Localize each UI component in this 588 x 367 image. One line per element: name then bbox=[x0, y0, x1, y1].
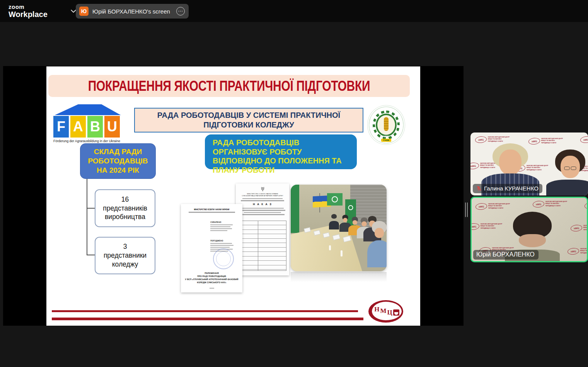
nmc-backdrop-logo: НМЦ НАУКОВО-МЕТОДИЧНИЙ ЦЕНТР ВИЩОЇ ТА ФА… bbox=[476, 203, 511, 210]
connector-line bbox=[87, 255, 95, 255]
nmc-logo: Н М Ц bbox=[368, 300, 403, 323]
slide-title-banner: ПОКРАЩЕННЯ ЯКОСТІ ПРАКТИЧНОЇ ПІДГОТОВКИ bbox=[48, 75, 410, 97]
flag-college bbox=[327, 193, 343, 205]
footer-line bbox=[52, 310, 358, 312]
more-options-icon[interactable]: ⋯ bbox=[176, 7, 185, 15]
nmc-letter: Ц bbox=[387, 309, 392, 316]
member-label: представників виробництва bbox=[99, 204, 152, 222]
wheat-icon bbox=[384, 117, 389, 131]
member-box-production: 16 представників виробництва bbox=[95, 189, 155, 227]
member-count: 16 bbox=[121, 195, 129, 204]
nmc-backdrop-text: НАУКОВО-МЕТОДИЧНИЙ ЦЕНТР ВИЩОЇ ТА ФАХОВО… bbox=[488, 203, 511, 209]
text-line bbox=[240, 214, 285, 215]
text-line bbox=[210, 228, 232, 229]
person-face bbox=[353, 220, 357, 225]
regulation-title: ПОЛОЖЕННЯ ПРО РАДУ РОБОТОДАВЦІВ У ВСП «Г… bbox=[183, 272, 240, 284]
participant-avatar: Ю bbox=[79, 7, 89, 16]
text-line bbox=[210, 247, 230, 248]
person-silhouette bbox=[367, 221, 387, 267]
regulation-ministry: МІНІСТЕРСТВО ОСВІТИ І НАУКИ УКРАЇНИ bbox=[185, 209, 239, 211]
panel-resize-handle[interactable] bbox=[465, 202, 468, 217]
order-university: СУМСЬКИЙ НАЦІОНАЛЬНИЙ АГРАРНИЙ УНІВЕРСИТ… bbox=[236, 195, 289, 197]
regulation-title-line: У ВСП «ГЛУХІВСЬКИЙ АГРОТЕХНІЧНИЙ ФАХОВИЙ bbox=[183, 278, 240, 281]
nmc-ellipse: НМЦ bbox=[475, 136, 487, 143]
fabu-logo: F A B U Förderung der Agrarausbildung in… bbox=[53, 104, 122, 143]
nmc-backdrop-logo: НМЦ НАУКОВО-МЕТОДИЧНИЙ ЦЕНТР ВИЩОЇ ТА ФА… bbox=[580, 136, 588, 143]
council-title-box: РАДА РОБОТОДАВЦІВ У СИСТЕМІ ПРАКТИЧНОЇ П… bbox=[134, 108, 363, 133]
text-line bbox=[210, 226, 230, 228]
book-icon bbox=[393, 309, 399, 316]
person-face bbox=[519, 234, 546, 247]
trident-icon bbox=[236, 186, 289, 193]
water-bottle bbox=[329, 245, 331, 250]
fabu-roof bbox=[53, 104, 122, 115]
green-banner bbox=[291, 185, 299, 233]
nmc-backdrop-logo: НМЦ НАУКОВО-МЕТОДИЧНИЙ ЦЕНТР ВИЩОЇ ТА ФА… bbox=[571, 225, 588, 231]
person-face bbox=[499, 150, 522, 175]
mic-muted-icon bbox=[476, 185, 482, 191]
zoom-workplace-logo[interactable]: zoom Workplace bbox=[9, 4, 48, 18]
connector-line bbox=[87, 179, 87, 255]
fabu-letter-u: U bbox=[104, 116, 120, 138]
nmc-letter: М bbox=[380, 307, 386, 315]
nmc-ellipse: НМЦ bbox=[580, 136, 588, 143]
person-face bbox=[343, 218, 348, 222]
nmc-ellipse: НМЦ bbox=[470, 223, 480, 230]
organize-box: РАДА РОБОТОДАВЦІВ ОРГАНІЗОВУЄ РОБОТУ ВІД… bbox=[205, 134, 357, 169]
participant-video-second bbox=[546, 150, 588, 195]
agreed-label: ПОГОДЖЕНО bbox=[210, 240, 233, 242]
zoom-top-bar: zoom Workplace Ю Юрій БОРХАЛЕНКО's scree… bbox=[0, 0, 588, 22]
fabu-caption: Förderung der Agrarausbildung in der Ukr… bbox=[53, 139, 122, 143]
nmc-backdrop-text: НАУКОВО-МЕТОДИЧНИЙ ЦЕНТР ВИЩОЇ ТА ФАХОВО… bbox=[481, 223, 503, 229]
order-document: МІНІСТЕРСТВО ОСВІТИ І НАУКИ УКРАЇНИ СУМС… bbox=[236, 184, 289, 275]
slide-title: ПОКРАЩЕННЯ ЯКОСТІ ПРАКТИЧНОЇ ПІДГОТОВКИ bbox=[88, 78, 370, 94]
video-tile-galina[interactable]: НМЦ НАУКОВО-МЕТОДИЧНИЙ ЦЕНТР ВИЩОЇ ТА ФА… bbox=[470, 133, 588, 195]
text-line bbox=[241, 200, 284, 201]
order-title: Н А К А З bbox=[236, 203, 289, 206]
text-line bbox=[241, 208, 284, 209]
regulation-title-line: ПРО РАДУ РОБОТОДАВЦІВ bbox=[183, 275, 240, 278]
fabu-letters: F A B U bbox=[53, 116, 122, 138]
text-line bbox=[189, 212, 235, 213]
fabu-letter-a: A bbox=[70, 116, 86, 138]
text-line bbox=[210, 243, 232, 244]
nmc-backdrop-text: НАУКОВО-МЕТОДИЧНИЙ ЦЕНТР ВИЩОЇ ТА ФАХОВО… bbox=[545, 201, 568, 207]
member-box-college: 3 представники коледжу bbox=[95, 237, 155, 274]
person-body bbox=[546, 180, 588, 195]
nmc-backdrop-logo: НМЦ НАУКОВО-МЕТОДИЧНИЙ ЦЕНТР ВИЩОЇ ТА ФА… bbox=[475, 136, 510, 143]
participant-name-tag: Галина КУРАЧЕНКО bbox=[473, 184, 542, 193]
nmc-backdrop-text: НАУКОВО-МЕТОДИЧНИЙ ЦЕНТР ВИЩОЇ ТА ФАХОВО… bbox=[580, 248, 588, 254]
screen-share-area: ПОКРАЩЕННЯ ЯКОСТІ ПРАКТИЧНОЇ ПІДГОТОВКИ … bbox=[3, 66, 464, 326]
composition-box: СКЛАД РАДИ РОБОТОДАВЦІВ НА 2024 РІК bbox=[80, 143, 156, 179]
member-label: представники коледжу bbox=[99, 251, 152, 269]
connector-line bbox=[87, 208, 95, 209]
presentation-slide: ПОКРАЩЕННЯ ЯКОСТІ ПРАКТИЧНОЇ ПІДГОТОВКИ … bbox=[46, 66, 420, 326]
member-count: 3 bbox=[123, 242, 127, 251]
banner-logo bbox=[348, 205, 353, 210]
zoom-workplace-window: zoom Workplace Ю Юрій БОРХАЛЕНКО's scree… bbox=[0, 0, 588, 367]
fabu-letter-f: F bbox=[53, 116, 69, 138]
nmc-ellipse: НМЦ bbox=[470, 162, 479, 170]
water-bottle bbox=[341, 250, 343, 257]
nmc-ellipse: НМЦ bbox=[584, 202, 588, 209]
nmc-backdrop-logo: НМЦ НАУКОВО-МЕТОДИЧНИЙ ЦЕНТР ВИЩОЇ ТА ФА… bbox=[533, 201, 568, 207]
person-body bbox=[367, 240, 387, 267]
nmc-backdrop-text: НАУКОВО-МЕТОДИЧНИЙ ЦЕНТР ВИЩОЇ ТА ФАХОВО… bbox=[583, 225, 588, 231]
order-table bbox=[239, 221, 286, 271]
fabu-letter-b: B bbox=[87, 116, 103, 138]
footer-line bbox=[52, 318, 363, 320]
emblem-abbr: ГАФК bbox=[381, 139, 391, 142]
text-line bbox=[244, 212, 281, 213]
nmc-ellipse: НМЦ bbox=[532, 200, 545, 208]
regulation-header: МІНІСТЕРСТВО ОСВІТИ І НАУКИ УКРАЇНИ bbox=[185, 209, 239, 213]
person-face bbox=[375, 228, 384, 238]
shared-screen-tab-title: Юрій БОРХАЛЕНКО's screen bbox=[92, 8, 170, 15]
shared-screen-tab[interactable]: Ю Юрій БОРХАЛЕНКО's screen ⋯ bbox=[76, 4, 189, 19]
video-tile-yurii[interactable]: НМЦ НАУКОВО-МЕТОДИЧНИЙ ЦЕНТР ВИЩОЇ ТА ФА… bbox=[470, 197, 588, 262]
nmc-backdrop-logo: НМЦ НАУКОВО-МЕТОДИЧНИЙ ЦЕНТР ВИЩОЇ ТА ФА… bbox=[585, 202, 588, 209]
text-line bbox=[210, 245, 233, 246]
text-line bbox=[242, 198, 283, 199]
page-number-line bbox=[210, 288, 214, 289]
college-emblem: 1899 ГАФК bbox=[367, 105, 405, 145]
nmc-ellipse: НМЦ bbox=[475, 202, 487, 210]
